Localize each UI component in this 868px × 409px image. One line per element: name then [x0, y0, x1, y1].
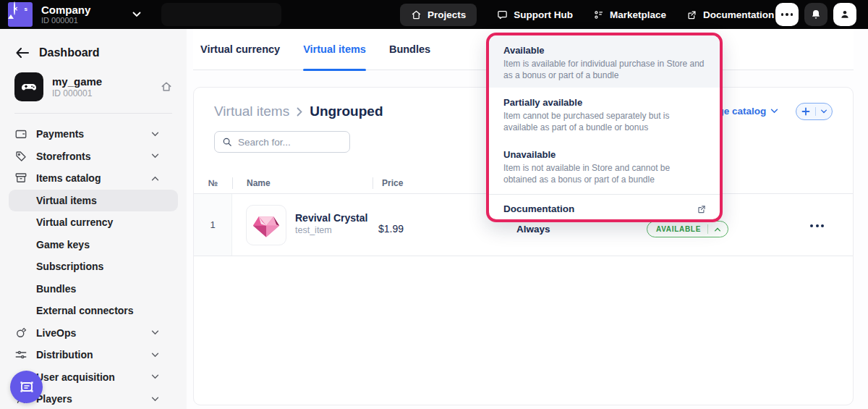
sidebar-item-distribution[interactable]: Distribution — [0, 344, 187, 366]
sidebar-subitem-virtual-currency[interactable]: Virtual currency — [0, 211, 187, 234]
project-meta: my_game ID 000001 — [52, 75, 161, 99]
option-description: Item cannot be purchased separately but … — [503, 111, 705, 133]
topbar-placeholder — [161, 3, 281, 26]
ellipsis-icon — [781, 13, 793, 16]
sliders-icon — [14, 348, 27, 361]
item-limits: Always — [516, 224, 550, 235]
home-small-icon[interactable] — [161, 82, 172, 92]
user-icon — [839, 9, 851, 20]
company-chevron-down-icon[interactable] — [132, 12, 141, 17]
sidebar-item-storefronts[interactable]: Storefronts — [0, 146, 187, 168]
item-price: $1.99 — [378, 223, 404, 235]
company-name: Company — [41, 4, 90, 16]
sidebar-item-label: LiveOps — [36, 327, 151, 339]
subitem-label: Virtual items — [36, 195, 97, 206]
tab-virtual-currency[interactable]: Virtual currency — [200, 29, 280, 70]
box-icon — [14, 172, 27, 185]
tag-icon — [14, 150, 27, 163]
more-menu-button[interactable] — [775, 3, 799, 26]
search-input[interactable] — [238, 137, 342, 148]
sidebar-item-label: Players — [36, 393, 151, 405]
documentation-label: Documentation — [503, 203, 574, 214]
item-thumbnail — [246, 205, 286, 245]
crystal-gem-icon — [250, 209, 282, 241]
chat-icon — [18, 379, 35, 396]
breadcrumb-current: Ungrouped — [310, 104, 383, 119]
sidebar-subitem-bundles[interactable]: Bundles — [0, 278, 187, 300]
external-link-icon — [697, 204, 707, 214]
chat-widget-button[interactable] — [10, 371, 43, 403]
search-box[interactable] — [214, 131, 350, 153]
plus-icon[interactable] — [796, 107, 815, 116]
sidebar-item-items-catalog[interactable]: Items catalog — [0, 167, 187, 190]
company-switcher[interactable]: Company ID 000001 — [41, 4, 90, 25]
sidebar-menu: Payments Storefronts Items catalog Virtu… — [0, 114, 187, 409]
add-item-split-button[interactable] — [796, 103, 833, 120]
support-hub-button[interactable]: Support Hub — [497, 9, 573, 20]
option-partially-available[interactable]: Partially available Item cannot be purch… — [489, 88, 720, 140]
chevron-up-icon — [151, 176, 159, 181]
dashboard-label: Dashboard — [39, 46, 100, 59]
marketplace-label: Marketplace — [610, 9, 666, 20]
documentation-link[interactable]: Documentation — [489, 195, 720, 222]
gamepad-icon — [14, 72, 43, 101]
chevron-right-icon — [297, 107, 302, 117]
sidebar-subitem-virtual-items[interactable]: Virtual items — [9, 190, 178, 212]
sidebar: Dashboard my_game ID 000001 Payments Sto… — [0, 29, 187, 409]
option-available[interactable]: Available Item is available for individu… — [489, 35, 720, 88]
documentation-button[interactable]: Documentation — [686, 9, 774, 20]
projects-button[interactable]: Projects — [400, 4, 477, 26]
row-actions-button[interactable] — [810, 224, 824, 227]
home-icon — [411, 9, 422, 20]
support-hub-label: Support Hub — [514, 9, 573, 20]
subitem-label: Bundles — [36, 283, 76, 295]
search-icon — [222, 137, 232, 147]
availability-dropdown: Available Item is available for individu… — [486, 33, 723, 222]
column-header-number: № — [194, 178, 232, 188]
subitem-label: Subscriptions — [36, 261, 103, 272]
tab-label: Bundles — [389, 43, 430, 55]
topbar-actions — [775, 3, 856, 26]
availability-badge[interactable]: AVAILABLE — [647, 221, 728, 237]
chevron-down-icon — [770, 109, 778, 114]
option-title: Partially available — [503, 97, 705, 108]
sidebar-subitem-game-keys[interactable]: Game keys — [0, 234, 187, 256]
breadcrumb-parent[interactable]: Virtual items — [214, 104, 289, 119]
back-to-dashboard[interactable]: Dashboard — [0, 29, 187, 72]
breadcrumb: Virtual items Ungrouped — [214, 104, 383, 119]
arrow-left-icon — [16, 48, 29, 58]
top-bar: ✕s Company ID 000001 Projects Support Hu… — [0, 0, 868, 29]
tab-virtual-items[interactable]: Virtual items — [303, 29, 366, 70]
subitem-label: Game keys — [36, 239, 90, 250]
project-card[interactable]: my_game ID 000001 — [0, 72, 187, 113]
option-title: Available — [503, 45, 705, 56]
chevron-down-icon[interactable] — [816, 109, 832, 114]
bell-icon — [810, 9, 822, 20]
marketplace-button[interactable]: Marketplace — [593, 9, 666, 20]
notifications-button[interactable] — [804, 3, 827, 26]
sidebar-item-label: Storefronts — [36, 151, 151, 162]
sidebar-item-label: Payments — [36, 128, 151, 140]
account-button[interactable] — [833, 3, 856, 26]
chevron-up-icon — [708, 227, 728, 232]
wallet-icon — [14, 127, 27, 140]
chevron-down-icon — [151, 353, 159, 358]
option-description: Item is not available in Store and canno… — [503, 163, 705, 185]
sidebar-item-label: Items catalog — [36, 172, 151, 184]
sidebar-subitem-subscriptions[interactable]: Subscriptions — [0, 256, 187, 278]
documentation-label: Documentation — [703, 9, 774, 20]
sidebar-subitem-external-connectors[interactable]: External connectors — [0, 300, 187, 322]
item-title: Revival Crystal — [295, 212, 367, 224]
chevron-down-icon — [151, 374, 159, 379]
projects-label: Projects — [427, 9, 466, 20]
chevron-down-icon — [151, 153, 159, 159]
topbar-nav: Projects Support Hub Marketplace Documen… — [400, 0, 774, 29]
tab-bundles[interactable]: Bundles — [389, 29, 430, 70]
tab-label: Virtual currency — [200, 43, 280, 55]
item-sku: test_item — [295, 224, 367, 236]
sidebar-item-payments[interactable]: Payments — [0, 123, 187, 146]
sidebar-item-liveops[interactable]: LiveOps — [0, 322, 187, 345]
sidebar-item-label: User acquisition — [36, 371, 151, 383]
option-unavailable[interactable]: Unavailable Item is not available in Sto… — [489, 140, 720, 192]
chevron-down-icon — [151, 397, 159, 402]
